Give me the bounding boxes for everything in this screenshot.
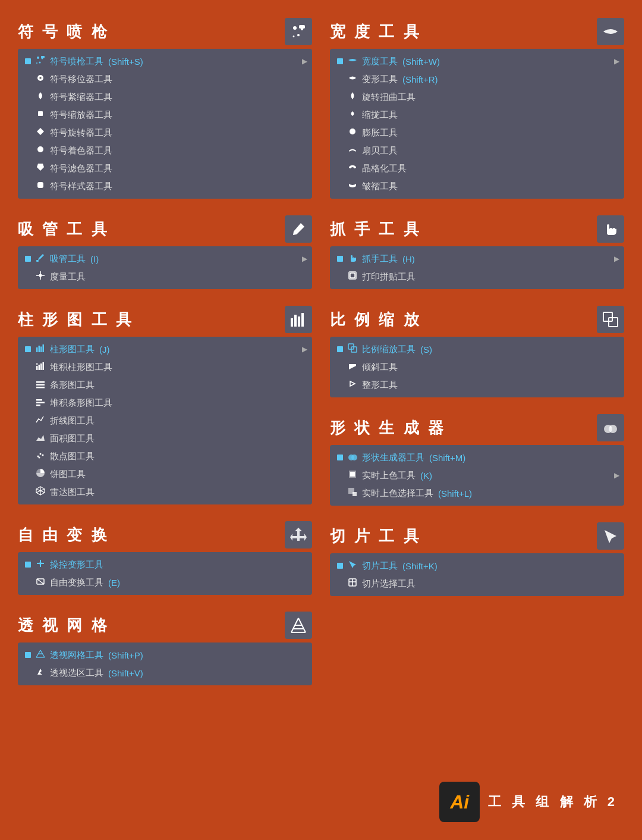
section-slice-tool: 切 片 工 具切片工具(Shift+K)切片选择工具	[330, 522, 624, 596]
tool-panel-perspective-grid: 透视网格工具(Shift+P)透视选区工具(Shift+V)	[18, 642, 312, 685]
section-shape-builder: 形 状 生 成 器形状生成器工具(Shift+M)实时上色工具(K)▶实时上色选…	[330, 414, 624, 506]
tool-label: 自由变换工具	[50, 577, 103, 588]
tool-item-symbol-spray-2[interactable]: 符号紧缩器工具	[18, 88, 312, 106]
tool-item-slice-tool-1[interactable]: 切片选择工具	[330, 575, 624, 593]
svg-point-0	[293, 26, 297, 30]
tool-item-symbol-spray-1[interactable]: 符号移位器工具	[18, 70, 312, 88]
tool-item-bar-chart-6[interactable]: 散点图工具	[18, 447, 312, 465]
tool-label: 堆积柱形图工具	[50, 362, 112, 373]
tool-label: 面积图工具	[50, 433, 95, 444]
tool-item-width-tool-7[interactable]: 皱褶工具	[330, 177, 624, 195]
svg-point-37	[42, 455, 44, 456]
tool-label: 扇贝工具	[362, 145, 398, 156]
tool-item-bar-chart-1[interactable]: 堆积柱形图工具	[18, 358, 312, 376]
tool-label: 宽度工具	[362, 56, 398, 67]
tool-item-width-tool-1[interactable]: 变形工具(Shift+R)	[330, 70, 624, 88]
tool-label: 切片工具	[362, 560, 398, 572]
tool-icon-6	[36, 450, 45, 462]
tool-item-bar-chart-8[interactable]: 雷达图工具	[18, 483, 312, 501]
tool-shortcut: (I)	[90, 254, 99, 264]
tool-shortcut: (Shift+L)	[438, 488, 472, 499]
svg-rect-31	[36, 387, 45, 388]
svg-rect-21	[39, 346, 40, 352]
tool-panel-symbol-spray: 符号喷枪工具(Shift+S)▶符号移位器工具符号紧缩器工具符号缩放器工具符号旋…	[18, 49, 312, 199]
tool-item-zoom-1[interactable]: 倾斜工具	[330, 358, 624, 376]
tool-label: 实时上色工具	[362, 470, 416, 481]
tool-item-eyedropper-1[interactable]: 度量工具	[18, 268, 312, 286]
tool-icon-1	[348, 469, 357, 481]
tool-label: 符号样式器工具	[50, 181, 112, 192]
tool-item-bar-chart-4[interactable]: 折线图工具	[18, 412, 312, 430]
tool-item-zoom-0[interactable]: 比例缩放工具(S)	[330, 340, 624, 358]
tool-item-bar-chart-5[interactable]: 面积图工具	[18, 430, 312, 447]
svg-rect-33	[36, 402, 45, 404]
section-eyedropper: 吸 管 工 具吸管工具(I)▶度量工具	[18, 215, 312, 289]
tool-item-bar-chart-3[interactable]: 堆积条形图工具	[18, 394, 312, 412]
section-icon-bar-chart	[285, 306, 312, 333]
tool-item-bar-chart-0[interactable]: 柱形图工具(J)▶	[18, 340, 312, 358]
tool-item-width-tool-0[interactable]: 宽度工具(Shift+W)▶	[330, 52, 624, 70]
tool-item-shape-builder-0[interactable]: 形状生成器工具(Shift+M)	[330, 449, 624, 466]
tool-item-perspective-grid-0[interactable]: 透视网格工具(Shift+P)	[18, 646, 312, 664]
tool-icon-0	[36, 343, 45, 355]
tool-item-width-tool-2[interactable]: 旋转扭曲工具	[330, 88, 624, 106]
tool-item-symbol-spray-3[interactable]: 符号缩放器工具	[18, 106, 312, 124]
tool-label: 雷达图工具	[50, 487, 95, 498]
tool-item-free-transform-0[interactable]: 操控变形工具	[18, 556, 312, 573]
tool-icon-1	[36, 73, 45, 85]
tool-label: 符号移位器工具	[50, 74, 112, 85]
tool-panel-slice-tool: 切片工具(Shift+K)切片选择工具	[330, 553, 624, 596]
tool-arrow: ▶	[302, 255, 307, 263]
tool-item-shape-builder-1[interactable]: 实时上色工具(K)▶	[330, 466, 624, 484]
svg-rect-20	[36, 347, 38, 352]
section-header-shape-builder: 形 状 生 成 器	[330, 414, 624, 441]
tool-item-hand-tool-1[interactable]: 打印拼贴工具	[330, 268, 624, 286]
tool-icon-5	[36, 432, 45, 444]
tool-item-bar-chart-2[interactable]: 条形图工具	[18, 376, 312, 394]
tool-item-symbol-spray-6[interactable]: 符号滤色器工具	[18, 159, 312, 177]
tool-item-free-transform-1[interactable]: 自由变换工具(E)	[18, 573, 312, 591]
section-header-width-tool: 宽 度 工 具	[330, 18, 624, 45]
tool-label: 吸管工具	[50, 253, 86, 265]
tool-item-symbol-spray-7[interactable]: 符号样式器工具	[18, 177, 312, 195]
tool-item-eyedropper-0[interactable]: 吸管工具(I)▶	[18, 250, 312, 268]
tool-item-shape-builder-2[interactable]: 实时上色选择工具(Shift+L)	[330, 484, 624, 502]
tool-item-slice-tool-0[interactable]: 切片工具(Shift+K)	[330, 557, 624, 575]
ai-logo: Ai	[439, 782, 480, 822]
section-header-slice-tool: 切 片 工 具	[330, 522, 624, 550]
tool-item-symbol-spray-4[interactable]: 符号旋转器工具	[18, 124, 312, 142]
tool-label: 皱褶工具	[362, 181, 398, 192]
tool-item-hand-tool-0[interactable]: 抓手工具(H)▶	[330, 250, 624, 268]
tool-icon-2	[348, 487, 357, 499]
tool-active-bullet	[25, 652, 31, 658]
svg-rect-18	[298, 316, 300, 327]
svg-rect-9	[41, 56, 45, 58]
tool-item-width-tool-4[interactable]: 膨胀工具	[330, 124, 624, 142]
tool-item-width-tool-3[interactable]: 缩拢工具	[330, 106, 624, 124]
section-icon-hand-tool	[597, 215, 624, 243]
svg-point-5	[37, 57, 39, 59]
section-symbol-spray: 符 号 喷 枪符号喷枪工具(Shift+S)▶符号移位器工具符号紧缩器工具符号缩…	[18, 18, 312, 199]
tool-item-width-tool-6[interactable]: 晶格化工具	[330, 159, 624, 177]
tool-item-symbol-spray-0[interactable]: 符号喷枪工具(Shift+S)▶	[18, 52, 312, 70]
tool-label: 打印拼贴工具	[362, 271, 416, 283]
tool-active-bullet	[337, 256, 343, 262]
tool-item-symbol-spray-5[interactable]: 符号着色器工具	[18, 142, 312, 159]
tool-item-zoom-2[interactable]: 整形工具	[330, 376, 624, 394]
svg-rect-17	[294, 315, 297, 327]
tool-icon-6	[36, 162, 45, 174]
section-header-perspective-grid: 透 视 网 格	[18, 612, 312, 639]
tool-item-perspective-grid-1[interactable]: 透视选区工具(Shift+V)	[18, 664, 312, 682]
tool-icon-1	[36, 361, 45, 373]
tool-icon-7	[36, 468, 45, 480]
svg-point-3	[293, 36, 295, 37]
section-header-bar-chart: 柱 形 图 工 具	[18, 306, 312, 333]
section-title-eyedropper: 吸 管 工 具	[18, 219, 109, 240]
tool-shortcut: (Shift+R)	[402, 74, 438, 84]
tool-icon-4	[36, 127, 45, 139]
svg-rect-28	[43, 362, 45, 370]
tool-icon-5	[348, 145, 357, 156]
section-title-shape-builder: 形 状 生 成 器	[330, 418, 446, 438]
tool-item-bar-chart-7[interactable]: 饼图工具	[18, 465, 312, 483]
tool-item-width-tool-5[interactable]: 扇贝工具	[330, 142, 624, 159]
